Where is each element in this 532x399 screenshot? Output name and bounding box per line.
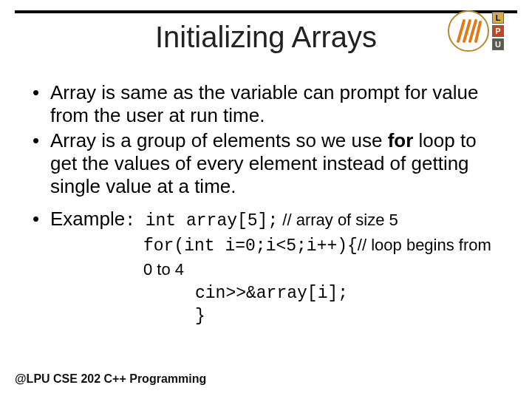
code-block: for(int i=0;i<5;i++){// loop begins from… <box>143 234 502 327</box>
bullet-3-label: Example <box>50 208 125 230</box>
bullet-3-code: int array[5]; <box>146 211 278 231</box>
code-line-1-code: for(int i=0;i<5;i++){ <box>143 236 358 256</box>
slide-title: Initializing Arrays <box>0 21 532 54</box>
bullet-3-comment: // array of size 5 <box>278 211 398 229</box>
code-line-1: for(int i=0;i<5;i++){// loop begins from… <box>143 234 502 282</box>
bullet-3: Example: int array[5]; // array of size … <box>33 208 502 231</box>
bullet-1-text: Array is same as the variable can prompt… <box>50 81 478 126</box>
bullet-2-text-a: Array is a group of elements so we use <box>50 129 388 151</box>
code-line-3: } <box>143 305 502 328</box>
code-line-2: cin>>&array[i]; <box>143 282 502 305</box>
bullet-3-colon: : <box>125 211 146 231</box>
bullet-2: Array is a group of elements so we use f… <box>33 129 502 197</box>
slide-footer: @LPU CSE 202 C++ Programming <box>15 372 206 386</box>
header-rule <box>15 10 517 13</box>
bullet-1: Array is same as the variable can prompt… <box>33 81 502 126</box>
bullet-2-for: for <box>388 129 414 151</box>
slide-body: Array is same as the variable can prompt… <box>33 81 502 328</box>
